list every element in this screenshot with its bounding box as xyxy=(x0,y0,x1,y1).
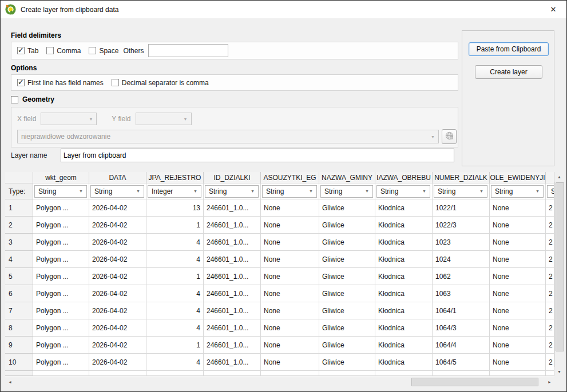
field-type-select[interactable]: String▼ xyxy=(90,185,144,198)
cell[interactable]: Gliwice xyxy=(319,337,375,354)
cell[interactable]: 246601_1.0... xyxy=(204,319,261,337)
cell[interactable]: None xyxy=(490,217,546,234)
cell[interactable]: 1024 xyxy=(433,251,490,268)
field-type-select[interactable]: String▼ xyxy=(434,185,487,198)
space-checkbox[interactable] xyxy=(89,47,96,54)
cell[interactable]: Polygon ... xyxy=(33,285,89,302)
cell[interactable]: Kłodnica xyxy=(375,319,433,337)
cell[interactable]: 4 xyxy=(146,234,204,251)
cell[interactable]: Gliwice xyxy=(319,319,375,337)
x-field-select[interactable]: ▼ xyxy=(41,113,97,125)
row-number[interactable]: 7 xyxy=(5,302,33,319)
cell[interactable]: None xyxy=(261,319,319,337)
cell[interactable]: 2 xyxy=(546,251,554,268)
cell[interactable]: None xyxy=(490,337,546,354)
field-type-select[interactable]: String▼ xyxy=(34,185,87,198)
row-number[interactable]: 9 xyxy=(5,337,33,354)
cell[interactable]: None xyxy=(490,354,546,371)
cell[interactable]: None xyxy=(490,251,546,268)
tab-checkbox[interactable] xyxy=(17,47,25,54)
row-number[interactable]: 10 xyxy=(5,354,33,371)
cell[interactable]: 2 xyxy=(546,354,554,371)
cell[interactable]: 1 xyxy=(146,337,204,354)
comma-checkbox[interactable] xyxy=(46,47,54,54)
cell[interactable]: None xyxy=(490,199,546,217)
cell[interactable]: 2 xyxy=(546,268,554,285)
column-header[interactable]: OLE_EWIDENYJI xyxy=(490,172,546,183)
cell[interactable]: 1 xyxy=(146,268,204,285)
vertical-scrollbar[interactable]: ▲ ▼ xyxy=(554,172,564,377)
cell[interactable]: 4 xyxy=(146,354,204,371)
column-header[interactable]: ASOUZYTKI_EG xyxy=(261,172,319,183)
cell[interactable]: None xyxy=(261,268,319,285)
cell[interactable]: 2 xyxy=(546,234,554,251)
cell[interactable]: None xyxy=(490,302,546,319)
row-number[interactable]: 4 xyxy=(5,251,33,268)
field-type-select[interactable]: S▼ xyxy=(547,185,554,198)
column-header[interactable]: ID_DZIALKI xyxy=(204,172,261,183)
cell[interactable]: Gliwice xyxy=(319,251,375,268)
column-header[interactable]: IAZWA_OBREBU xyxy=(375,172,433,183)
cell[interactable]: 2026-04-02 xyxy=(89,337,146,354)
field-type-select[interactable]: String▼ xyxy=(491,185,544,198)
cell[interactable]: Gliwice xyxy=(319,285,375,302)
horizontal-scrollbar-thumb[interactable] xyxy=(411,378,538,386)
others-delimiter-input[interactable] xyxy=(148,44,228,57)
cell[interactable]: 246601_1.0... xyxy=(204,268,261,285)
cell[interactable]: None xyxy=(261,234,319,251)
row-number[interactable]: 5 xyxy=(5,268,33,285)
field-type-select[interactable]: String▼ xyxy=(262,185,317,198)
decimal-separator-checkbox[interactable] xyxy=(112,79,119,86)
cell[interactable]: None xyxy=(490,285,546,302)
cell[interactable]: 2 xyxy=(546,285,554,302)
layer-name-input[interactable] xyxy=(61,149,454,162)
cell[interactable]: 2 xyxy=(546,199,554,217)
cell[interactable]: 4 xyxy=(146,319,204,337)
cell[interactable]: 1063 xyxy=(433,285,490,302)
cell[interactable]: Polygon ... xyxy=(33,234,89,251)
cell[interactable]: Polygon ... xyxy=(33,251,89,268)
cell[interactable]: 2026-04-02 xyxy=(89,234,146,251)
cell[interactable]: Polygon ... xyxy=(33,268,89,285)
cell[interactable]: Kłodnica xyxy=(375,199,433,217)
create-layer-button[interactable]: Create layer xyxy=(475,65,542,79)
cell[interactable]: 2026-04-02 xyxy=(89,285,146,302)
cell[interactable]: Kłodnica xyxy=(375,217,433,234)
cell[interactable]: 2026-04-02 xyxy=(89,217,146,234)
cell[interactable]: 2 xyxy=(546,319,554,337)
cell[interactable]: Kłodnica xyxy=(375,302,433,319)
cell[interactable]: Polygon ... xyxy=(33,354,89,371)
paste-from-clipboard-button[interactable]: Paste from Clipboard xyxy=(469,42,549,56)
vertical-scrollbar-thumb[interactable] xyxy=(556,182,564,351)
column-header[interactable]: NAZWA_GMINY xyxy=(319,172,375,183)
cell[interactable]: 246601_1.0... xyxy=(204,251,261,268)
scroll-right-icon[interactable]: ► xyxy=(545,377,554,387)
cell[interactable]: 2026-04-02 xyxy=(89,199,146,217)
cell[interactable]: 13 xyxy=(146,199,204,217)
cell[interactable]: 2026-04-02 xyxy=(89,354,146,371)
cell[interactable]: 1 xyxy=(146,217,204,234)
cell[interactable]: 4 xyxy=(146,302,204,319)
cell[interactable]: Kłodnica xyxy=(375,285,433,302)
crs-select[interactable]: nieprawidłowe odwzorowanie ▼ xyxy=(17,130,439,143)
cell[interactable]: None xyxy=(261,251,319,268)
cell[interactable]: Polygon ... xyxy=(33,199,89,217)
column-header[interactable]: NUMER_DZIALK xyxy=(433,172,490,183)
cell[interactable]: 2026-04-02 xyxy=(89,268,146,285)
cell[interactable]: 2026-04-02 xyxy=(89,251,146,268)
cell[interactable]: Polygon ... xyxy=(33,337,89,354)
cell[interactable]: Gliwice xyxy=(319,234,375,251)
select-crs-button[interactable] xyxy=(442,129,457,144)
scroll-up-icon[interactable]: ▲ xyxy=(554,172,564,182)
column-header[interactable]: JPA_REJESTRO xyxy=(146,172,204,183)
cell[interactable]: 1064/1 xyxy=(433,302,490,319)
cell[interactable]: Kłodnica xyxy=(375,268,433,285)
column-header[interactable]: DATA xyxy=(89,172,146,183)
row-number[interactable]: 2 xyxy=(5,217,33,234)
first-line-field-names-checkbox[interactable] xyxy=(17,79,25,86)
cell[interactable]: Gliwice xyxy=(319,302,375,319)
row-number[interactable]: 1 xyxy=(5,199,33,217)
cell[interactable]: 246601_1.0... xyxy=(204,199,261,217)
field-type-select[interactable]: String▼ xyxy=(205,185,259,198)
cell[interactable]: 246601_1.0... xyxy=(204,337,261,354)
